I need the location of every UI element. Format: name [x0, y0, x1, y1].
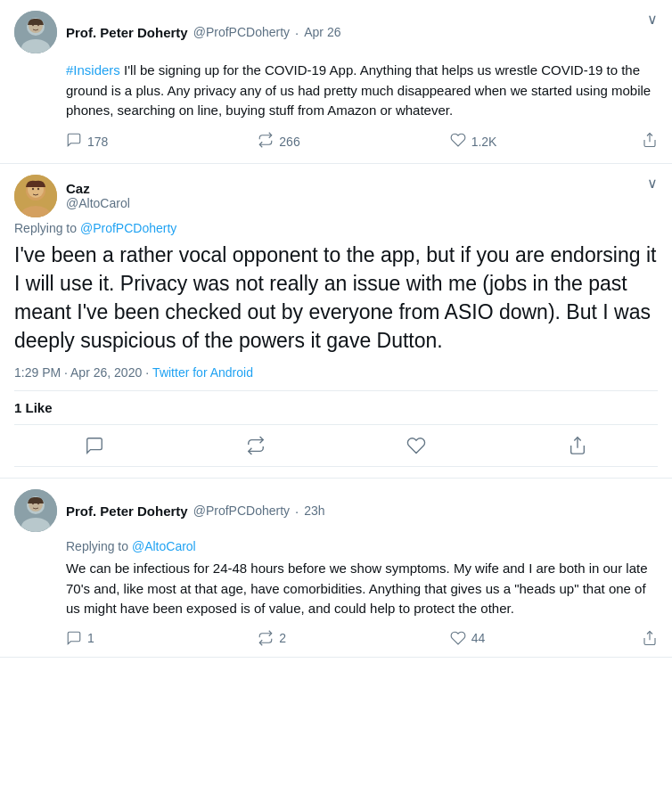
user-handle-main: @AltoCarol [66, 196, 130, 210]
tweet-actions-1: 178 266 1.2K [66, 132, 658, 152]
retweet-icon-1 [258, 132, 274, 152]
retweet-action-1[interactable]: 266 [258, 132, 449, 152]
hashtag-1[interactable]: #Insiders [66, 62, 120, 78]
like-count-3: 44 [471, 631, 486, 645]
likes-label: Like [26, 400, 53, 415]
reply-icon-1 [66, 132, 82, 152]
reply-count-3: 1 [87, 631, 94, 645]
chevron-icon-1[interactable]: ∨ [647, 11, 658, 28]
like-action-3[interactable]: 44 [450, 630, 642, 646]
tweet-main: Caz @AltoCarol ∨ Replying to @ProfPCDohe… [0, 164, 672, 479]
tweet-source[interactable]: Twitter for Android [152, 365, 253, 380]
share-action-1[interactable] [642, 132, 658, 152]
user-handle-3: @ProfPCDoherty [193, 503, 290, 518]
reply-action-3[interactable]: 1 [66, 630, 258, 646]
like-count-1: 1.2K [471, 135, 497, 149]
reply-count-1: 178 [87, 135, 108, 149]
replying-to-3: Replying to @AltoCarol [66, 539, 658, 553]
main-tweet-text: I've been a rather vocal opponent to the… [14, 241, 658, 356]
tweet-1: Prof. Peter Doherty @ProfPCDoherty · Apr… [0, 0, 672, 164]
avatar-caz[interactable] [14, 175, 57, 217]
user-display-name-1: Prof. Peter Doherty [66, 25, 188, 40]
share-action-main[interactable] [553, 429, 602, 462]
tweet-text-3: We can be infectious for 24-48 hours bef… [66, 559, 658, 619]
avatar-pd-3[interactable] [14, 489, 57, 532]
main-tweet-actions [14, 425, 658, 467]
like-action-1[interactable]: 1.2K [450, 132, 642, 152]
replying-to-main: Replying to @ProfPCDoherty [14, 221, 658, 235]
replying-to-handle-3[interactable]: @AltoCarol [132, 539, 196, 553]
tweet-text-1: I'll be signing up for the COVID-19 App.… [66, 62, 651, 118]
tweet-3: Prof. Peter Doherty @ProfPCDoherty · 23h… [0, 479, 672, 658]
retweet-action-3[interactable]: 2 [258, 630, 449, 646]
like-action-main[interactable] [392, 429, 440, 462]
tweet-body-1: #Insiders I'll be signing up for the COV… [66, 61, 658, 152]
avatar-pd-1[interactable] [14, 11, 57, 53]
tweet-timestamp: 1:29 PM · Apr 26, 2020 [14, 365, 142, 380]
user-display-name-3: Prof. Peter Doherty [66, 503, 188, 519]
share-icon-1 [642, 132, 658, 152]
tweet-body-3: Replying to @AltoCarol We can be infecti… [66, 539, 658, 646]
reply-action-main[interactable] [70, 429, 119, 462]
share-action-3[interactable] [642, 630, 658, 646]
retweet-count-3: 2 [279, 631, 286, 645]
replying-to-handle-main[interactable]: @ProfPCDoherty [80, 221, 176, 235]
main-tweet-meta: 1:29 PM · Apr 26, 2020 · Twitter for And… [14, 365, 658, 380]
like-icon-1 [450, 132, 466, 152]
chevron-icon-main[interactable]: ∨ [647, 175, 658, 192]
retweet-action-main[interactable] [232, 429, 280, 462]
likes-bar: 1 Like [14, 390, 658, 425]
user-handle-1: @ProfPCDoherty [193, 25, 290, 39]
user-display-name-main: Caz [66, 181, 130, 196]
tweet-date-3: 23h [304, 503, 324, 518]
svg-point-10 [32, 187, 34, 189]
likes-count: 1 [14, 400, 21, 415]
reply-action-1[interactable]: 178 [66, 132, 258, 152]
tweet-date-1: Apr 26 [304, 25, 340, 39]
svg-point-11 [37, 187, 39, 189]
retweet-count-1: 266 [279, 135, 299, 149]
tweet-actions-3: 1 2 44 [66, 630, 658, 646]
